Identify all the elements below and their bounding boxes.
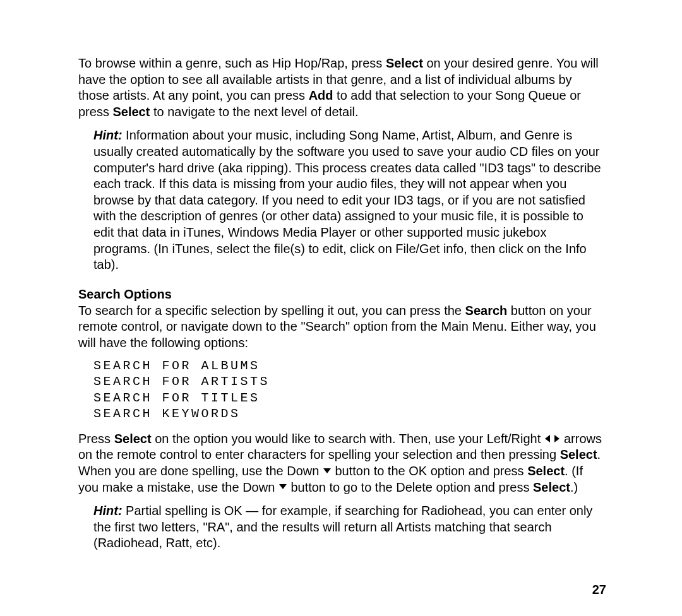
bold-select: Select	[112, 105, 150, 119]
text: button to the OK option and press	[332, 464, 527, 478]
paragraph-browse-genre: To browse within a genre, such as Hip Ho…	[78, 56, 606, 120]
hint-text: Hint: Partial spelling is OK — for examp…	[93, 503, 606, 552]
arrow-right-icon	[554, 435, 559, 442]
menu-item-artists: Search for Artists	[93, 374, 606, 390]
text: button to go to the Delete option and pr…	[287, 480, 533, 494]
page-number: 27	[592, 583, 606, 597]
paragraph-search-intro: To search for a specific selection by sp…	[78, 303, 606, 352]
bold-select: Select	[527, 464, 565, 478]
text: Information about your music, including …	[93, 128, 601, 271]
manual-page: To browse within a genre, such as Hip Ho…	[0, 0, 682, 616]
text: Partial spelling is OK — for example, if…	[93, 504, 592, 550]
hint-label: Hint:	[93, 504, 123, 518]
text: on the option you would like to search w…	[152, 432, 544, 446]
search-menu-list: Search for Albums Search for Artists Sea…	[93, 358, 606, 422]
menu-item-keywords: Search Keywords	[93, 406, 606, 422]
text: Press	[78, 432, 114, 446]
menu-item-titles: Search for Titles	[93, 390, 606, 406]
bold-add: Add	[309, 88, 333, 102]
bold-select: Select	[114, 432, 152, 446]
text: To browse within a genre, such as Hip Ho…	[78, 56, 386, 70]
arrow-down-icon	[323, 468, 331, 473]
text: To search for a specific selection by sp…	[78, 304, 465, 317]
text: .)	[570, 480, 578, 494]
hint-text: Hint: Information about your music, incl…	[93, 127, 606, 273]
hint-block-partial: Hint: Partial spelling is OK — for examp…	[93, 503, 606, 552]
heading-search-options: Search Options	[78, 287, 606, 302]
arrow-left-icon	[545, 435, 550, 442]
bold-select: Select	[560, 447, 597, 461]
hint-label: Hint:	[93, 128, 123, 142]
paragraph-search-instructions: Press Select on the option you would lik…	[78, 431, 606, 495]
bold-search: Search	[465, 304, 508, 317]
hint-block-id3: Hint: Information about your music, incl…	[93, 127, 606, 273]
text: to navigate to the next level of detail.	[150, 105, 358, 119]
menu-item-albums: Search for Albums	[93, 358, 606, 374]
bold-select: Select	[386, 56, 423, 70]
arrow-down-icon	[279, 484, 287, 489]
bold-select: Select	[533, 480, 570, 494]
